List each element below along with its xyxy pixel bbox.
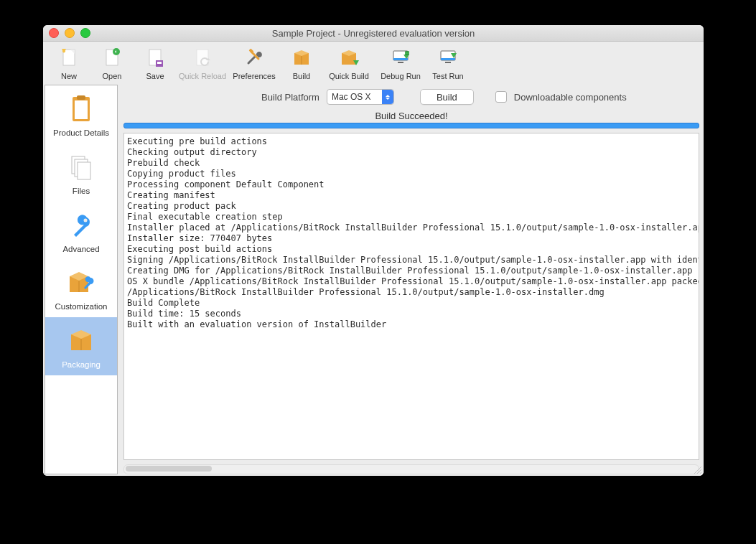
files-label: Files bbox=[73, 187, 90, 197]
box-wrench-icon bbox=[65, 266, 97, 299]
horizontal-scrollbar[interactable] bbox=[123, 464, 699, 474]
test-run-label: Test Run bbox=[432, 72, 463, 80]
preferences-label: Preferences bbox=[233, 72, 275, 80]
build-log[interactable]: Executing pre build actions Checking out… bbox=[123, 133, 699, 460]
build-action-button[interactable]: Build bbox=[420, 89, 474, 105]
preferences-button[interactable]: Preferences bbox=[228, 46, 280, 82]
save-icon bbox=[144, 46, 167, 70]
wrench-icon bbox=[65, 209, 97, 242]
svg-rect-9 bbox=[197, 50, 208, 65]
tools-icon bbox=[243, 46, 266, 70]
svg-rect-8 bbox=[157, 62, 162, 64]
downloadable-checkbox[interactable] bbox=[495, 91, 507, 103]
window-title: Sample Project - Unregistered evaluation… bbox=[43, 28, 704, 39]
sidebar-item-customization[interactable]: Customization bbox=[45, 259, 117, 317]
status-message: Build Succeeded! bbox=[119, 111, 704, 121]
package-icon bbox=[65, 324, 97, 357]
toolbar: New Open Save Quick Reload Preferences bbox=[43, 42, 704, 83]
open-button[interactable]: Open bbox=[90, 46, 134, 82]
svg-point-35 bbox=[84, 218, 88, 222]
new-label: New bbox=[61, 72, 77, 80]
svg-rect-20 bbox=[398, 62, 403, 63]
main-panel: Build Platform Mac OS X Build Downloadab… bbox=[119, 83, 704, 476]
app-window: Sample Project - Unregistered evaluation… bbox=[43, 25, 704, 476]
advanced-label: Advanced bbox=[62, 245, 99, 255]
quick-reload-button: Quick Reload bbox=[177, 46, 228, 82]
sidebar-item-files[interactable]: Files bbox=[45, 144, 117, 202]
sidebar: Product Details Files Advanced Customiza… bbox=[45, 85, 118, 474]
svg-rect-26 bbox=[441, 58, 455, 60]
build-button[interactable]: Build bbox=[280, 46, 323, 82]
svg-point-3 bbox=[62, 50, 65, 52]
quick-build-button[interactable]: Quick Build bbox=[323, 46, 375, 82]
save-label: Save bbox=[146, 72, 164, 80]
svg-line-44 bbox=[700, 472, 701, 474]
sidebar-item-advanced[interactable]: Advanced bbox=[45, 202, 117, 260]
customization-label: Customization bbox=[55, 302, 108, 312]
downloadable-label: Downloadable components bbox=[514, 92, 627, 103]
packaging-label: Packaging bbox=[62, 360, 101, 370]
open-file-icon bbox=[101, 46, 123, 70]
debug-run-button[interactable]: Debug Run bbox=[375, 46, 426, 82]
debug-run-label: Debug Run bbox=[381, 72, 421, 80]
content-area: Product Details Files Advanced Customiza… bbox=[43, 83, 704, 476]
chevron-updown-icon bbox=[382, 90, 393, 104]
svg-rect-34 bbox=[78, 162, 90, 179]
scrollbar-thumb[interactable] bbox=[126, 466, 212, 472]
progress-bar bbox=[123, 123, 699, 128]
new-button[interactable]: New bbox=[47, 46, 90, 82]
sidebar-item-product-details[interactable]: Product Details bbox=[45, 85, 117, 144]
svg-rect-31 bbox=[77, 95, 85, 100]
monitor-bug-icon bbox=[389, 46, 412, 70]
save-button[interactable]: Save bbox=[134, 46, 177, 82]
quick-build-label: Quick Build bbox=[329, 72, 369, 80]
svg-rect-30 bbox=[75, 100, 88, 119]
titlebar[interactable]: Sample Project - Unregistered evaluation… bbox=[43, 25, 704, 42]
build-platform-select[interactable]: Mac OS X bbox=[327, 89, 394, 105]
svg-rect-27 bbox=[445, 62, 451, 63]
clipboard-icon bbox=[65, 93, 97, 126]
monitor-play-icon bbox=[437, 46, 459, 70]
reload-icon bbox=[191, 46, 214, 70]
resize-handle-icon[interactable] bbox=[692, 464, 702, 474]
box-icon bbox=[290, 46, 313, 70]
sidebar-item-packaging[interactable]: Packaging bbox=[45, 317, 117, 375]
build-bar: Build Platform Mac OS X Build Downloadab… bbox=[119, 83, 704, 108]
new-file-icon bbox=[57, 46, 80, 70]
quick-reload-label: Quick Reload bbox=[179, 72, 226, 80]
build-label: Build bbox=[293, 72, 310, 80]
svg-rect-19 bbox=[393, 58, 408, 60]
files-icon bbox=[65, 151, 97, 184]
build-platform-label: Build Platform bbox=[261, 92, 319, 103]
open-label: Open bbox=[103, 72, 122, 80]
build-platform-value: Mac OS X bbox=[332, 92, 382, 102]
test-run-button[interactable]: Test Run bbox=[426, 46, 470, 82]
product-details-label: Product Details bbox=[53, 128, 109, 139]
box-arrow-icon bbox=[337, 46, 360, 70]
